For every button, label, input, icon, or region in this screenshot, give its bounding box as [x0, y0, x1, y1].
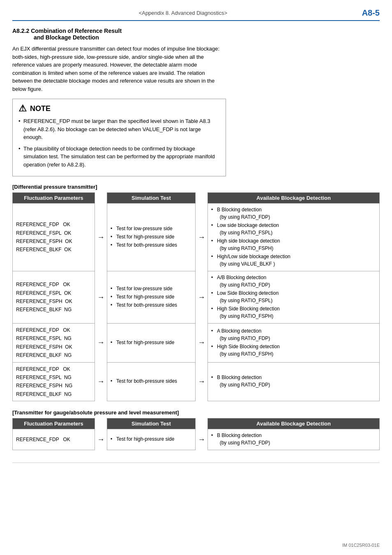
blockage-item: A/B Blocking detection (by using RATIO_F…	[211, 274, 376, 289]
note-item-2: The plausibility of blockage detection n…	[18, 145, 220, 169]
blockage-item: High side blockage detection (by using R…	[211, 237, 376, 252]
header-simulation: Simulation Test	[107, 193, 196, 204]
note-item-1: REFERENCE_FDP must be larger than the sp…	[18, 117, 220, 141]
footer-line: IM 01C25R03-01E	[12, 462, 380, 466]
gauge-sim-item: Test for high-pressure side	[111, 435, 192, 443]
gauge-arrow-2: →	[196, 429, 208, 450]
blockage-item: A Blocking detection (by using RATIO_FDP…	[211, 327, 376, 342]
blockage-item: Low Side Blocking detection (by using RA…	[211, 289, 376, 304]
gauge-table: Fluctuation Parameters Simulation Test A…	[12, 418, 380, 450]
note-box: ⚠ NOTE REFERENCE_FDP must be larger than…	[12, 99, 226, 176]
gauge-simulation-list: Test for high-pressure side	[111, 435, 192, 443]
footer-text: IM 01C25R03-01E	[342, 543, 380, 548]
arrow-1: →	[95, 204, 107, 271]
sim-item: Test for low-pressure side	[111, 285, 192, 292]
sim-item: Test for high-pressure side	[111, 293, 192, 301]
simulation-list-3: Test for high-pressure side	[111, 339, 192, 346]
gauge-blockage-list: B Blocking detection (by using RATIO_FDP…	[211, 432, 376, 446]
simulation-cell-2: Test for low-pressure side Test for high…	[107, 271, 196, 324]
sim-item: Test for both-pressure sides	[111, 241, 192, 249]
blockage-item: High Side Blocking detection (by using R…	[211, 343, 376, 358]
blockage-cell-2: A/B Blocking detection (by using RATIO_F…	[208, 271, 380, 324]
blockage-item: High Side Blocking detection (by using R…	[211, 305, 376, 320]
sim-item: Test for both-pressure sides	[111, 301, 192, 309]
header-blockage: Available Blockage Detection	[208, 193, 380, 204]
gauge-table-label: [Transmitter for gauge/absolute pressure…	[12, 409, 380, 416]
header-fluctuation: Fluctuation Parameters	[13, 193, 95, 204]
section-title-line2: and Blockage Detection	[34, 34, 99, 41]
fluctuation-cell-3: REFERENCE_FDP OK REFERENCE_FSPL NG REFER…	[13, 324, 95, 363]
blockage-cell-3: A Blocking detection (by using RATIO_FDP…	[208, 324, 380, 363]
arrow-7: →	[95, 362, 107, 401]
table-row: REFERENCE_FDP OK REFERENCE_FSPL NG REFER…	[13, 324, 380, 363]
page-number: A8-5	[362, 8, 380, 18]
warning-icon: ⚠	[18, 103, 27, 114]
sim-item: Test for low-pressure side	[111, 225, 192, 232]
differential-table: Fluctuation Parameters Simulation Test A…	[12, 192, 380, 401]
blockage-item: B Blocking detection (by using RATIO_FDP…	[211, 374, 376, 388]
simulation-cell-3: Test for high-pressure side	[107, 324, 196, 363]
table-row: REFERENCE_FDP OK REFERENCE_FSPL OK REFER…	[13, 271, 380, 324]
simulation-cell-1: Test for low-pressure side Test for high…	[107, 204, 196, 271]
simulation-list-1: Test for low-pressure side Test for high…	[111, 225, 192, 249]
differential-table-label: [Differential pressure transmitter]	[12, 184, 380, 190]
fluctuation-cell-4: REFERENCE_FDP OK REFERENCE_FSPL NG REFER…	[13, 362, 95, 401]
blockage-cell-4: B Blocking detection (by using RATIO_FDP…	[208, 362, 380, 401]
gauge-fluctuation-cell: REFERENCE_FDP OK	[13, 429, 95, 450]
sim-item: Test for high-pressure side	[111, 233, 192, 240]
gauge-table-row: REFERENCE_FDP OK → Test for high-pressur…	[13, 429, 380, 450]
blockage-item: B Blocking detection (by using RATIO_FDP…	[211, 206, 376, 221]
gauge-blockage-item: B Blocking detection (by using RATIO_FDP…	[211, 432, 376, 446]
note-label: NOTE	[30, 104, 51, 113]
sim-item: Test for high-pressure side	[111, 339, 192, 346]
blockage-list-4: B Blocking detection (by using RATIO_FDP…	[211, 374, 376, 388]
section-number: A8.2.2	[12, 28, 29, 34]
blockage-list-2: A/B Blocking detection (by using RATIO_F…	[211, 274, 376, 320]
blockage-item: Low side blockage detection (by using RA…	[211, 222, 376, 236]
page: <Appendix 8. Advanced Diagnostics> A8-5 …	[0, 0, 392, 555]
table-row: REFERENCE_FDP OK REFERENCE_FSPL NG REFER…	[13, 362, 380, 401]
gauge-header-fluctuation: Fluctuation Parameters	[13, 419, 95, 429]
arrow-4: →	[196, 271, 208, 324]
arrow-3: →	[95, 271, 107, 324]
note-title: ⚠ NOTE	[18, 103, 220, 114]
sim-item: Test for both-pressure sides	[111, 377, 192, 385]
section-title-line1: Combination of Reference Result	[31, 28, 122, 34]
fluctuation-cell-2: REFERENCE_FDP OK REFERENCE_FSPL OK REFER…	[13, 271, 95, 324]
gauge-header-simulation: Simulation Test	[107, 419, 196, 429]
note-list: REFERENCE_FDP must be larger than the sp…	[18, 117, 220, 169]
blockage-cell-1: B Blocking detection (by using RATIO_FDP…	[208, 204, 380, 271]
arrow-8: →	[196, 362, 208, 401]
page-header: <Appendix 8. Advanced Diagnostics> A8-5	[12, 8, 380, 21]
table-row: REFERENCE_FDP OK REFERENCE_FSPL OK REFER…	[13, 204, 380, 271]
gauge-simulation-cell: Test for high-pressure side	[107, 429, 196, 450]
section-heading: A8.2.2 Combination of Reference Result a…	[12, 28, 380, 41]
arrow-6: →	[196, 324, 208, 363]
simulation-cell-4: Test for both-pressure sides	[107, 362, 196, 401]
blockage-list-1: B Blocking detection (by using RATIO_FDP…	[211, 206, 376, 268]
arrow-2: →	[196, 204, 208, 271]
arrow-5: →	[95, 324, 107, 363]
header-title: <Appendix 8. Advanced Diagnostics>	[12, 10, 354, 16]
gauge-blockage-cell: B Blocking detection (by using RATIO_FDP…	[208, 429, 380, 450]
fluctuation-cell-1: REFERENCE_FDP OK REFERENCE_FSPL OK REFER…	[13, 204, 95, 271]
gauge-header-blockage: Available Blockage Detection	[208, 419, 380, 429]
gauge-arrow-1: →	[95, 429, 107, 450]
simulation-list-2: Test for low-pressure side Test for high…	[111, 285, 192, 309]
simulation-list-4: Test for both-pressure sides	[111, 377, 192, 385]
body-text: An EJX differential pressure transmitter…	[12, 45, 226, 93]
blockage-list-3: A Blocking detection (by using RATIO_FDP…	[211, 327, 376, 358]
blockage-item: High/Low side blockage detection (by usi…	[211, 253, 376, 268]
